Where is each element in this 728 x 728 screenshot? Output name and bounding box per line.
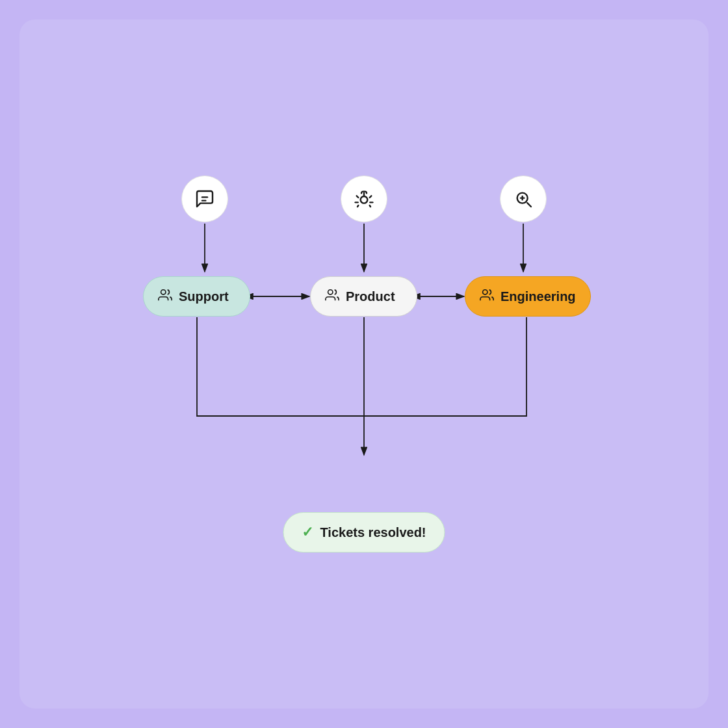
product-node[interactable]: Product	[310, 276, 417, 317]
engineering-node[interactable]: Engineering	[465, 276, 591, 317]
support-icon-bubble	[181, 176, 228, 222]
wrench-search-icon	[500, 176, 547, 222]
engineering-to-resolved-line	[364, 317, 526, 416]
product-icon-bubble	[341, 176, 387, 222]
svg-point-4	[361, 196, 368, 203]
diagram: Support Product	[104, 176, 624, 552]
product-label: Product	[346, 289, 395, 304]
support-team-icon	[158, 288, 172, 306]
svg-point-8	[483, 289, 488, 294]
bug-icon	[341, 176, 387, 222]
checkmark-icon: ✓	[302, 524, 313, 541]
support-to-resolved-line	[197, 317, 364, 416]
engineering-icon-bubble	[500, 176, 547, 222]
canvas: Support Product	[20, 20, 708, 708]
resolved-label: Tickets resolved!	[320, 525, 426, 540]
support-node[interactable]: Support	[143, 276, 250, 317]
product-team-icon	[325, 288, 339, 306]
connection-lines	[104, 176, 624, 552]
resolved-node: ✓ Tickets resolved!	[283, 512, 445, 552]
svg-point-7	[328, 289, 333, 294]
engineering-label: Engineering	[500, 289, 576, 304]
engineering-team-icon	[480, 288, 494, 306]
support-label: Support	[179, 289, 229, 304]
svg-point-6	[161, 289, 166, 294]
chat-icon	[181, 176, 228, 222]
